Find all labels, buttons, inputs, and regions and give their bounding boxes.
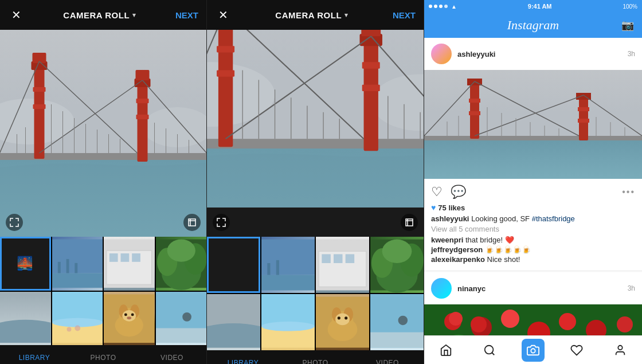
thumb-2-6[interactable] — [261, 294, 315, 350]
crop-icon-1 — [187, 218, 197, 227]
thumb-img-2-7 — [316, 294, 369, 350]
thumb-2-1[interactable] — [207, 237, 260, 293]
svg-rect-39 — [57, 262, 60, 273]
caption-username-1[interactable]: ashleyyuki — [431, 214, 469, 223]
thumb-img-1-6 — [52, 292, 103, 346]
heart-icon-1[interactable]: ♡ — [431, 185, 443, 199]
home-nav-icon[interactable] — [434, 339, 457, 362]
camera-icon[interactable]: 📷 — [621, 19, 634, 32]
thumb-2-5[interactable] — [207, 294, 260, 350]
ig-header: Instagram 📷 — [424, 13, 642, 38]
camera-nav-icon[interactable] — [522, 339, 545, 362]
thumb-1-3[interactable] — [104, 237, 155, 291]
view-comments-1[interactable]: View all 5 comments — [431, 225, 635, 233]
svg-rect-135 — [424, 70, 642, 139]
thumb-1-7[interactable] — [104, 292, 155, 346]
tab-library-1[interactable]: LIBRARY — [0, 345, 69, 364]
thumb-1-5[interactable] — [0, 292, 51, 346]
svg-rect-108 — [267, 263, 270, 275]
ig-feed[interactable]: ashleyyuki 3h — [424, 38, 642, 335]
thumb-1-6[interactable] — [52, 292, 103, 346]
svg-rect-5 — [34, 64, 45, 159]
ig-bottom-nav — [424, 335, 642, 364]
battery-info: 100% — [623, 3, 637, 10]
tab-video-1[interactable]: VIDEO — [138, 345, 206, 364]
expand-button-2[interactable] — [213, 214, 230, 231]
tab-video-2[interactable]: VIDEO — [351, 350, 424, 364]
thumb-img-1-7 — [104, 292, 155, 346]
svg-point-176 — [531, 349, 535, 353]
main-image-area-1 — [0, 30, 206, 237]
expand-icon-1 — [10, 218, 19, 227]
thumb-img-1-4 — [156, 237, 207, 291]
post-1-actions: ♡ 💬 ••• — [424, 179, 642, 203]
comment-user-1-2[interactable]: jeffreydgerson — [431, 245, 483, 254]
thumb-2-4[interactable] — [370, 237, 424, 293]
avatar-1[interactable] — [431, 44, 452, 64]
svg-rect-40 — [66, 259, 69, 273]
comment-user-1-3[interactable]: alexeikarpenko — [431, 255, 485, 264]
next-button-1[interactable]: NEXT — [175, 10, 198, 20]
svg-rect-12 — [136, 115, 149, 119]
status-time: 9:41 AM — [528, 3, 552, 10]
crop-button-2[interactable] — [401, 214, 418, 231]
svg-rect-142 — [579, 96, 588, 140]
ig-post-2: ninanyc 3h — [424, 272, 642, 335]
next-button-2[interactable]: NEXT — [393, 10, 416, 20]
comment-user-1-1[interactable]: kweenpri — [431, 236, 463, 244]
thumb-2-7[interactable] — [316, 294, 369, 350]
svg-point-51 — [167, 239, 195, 261]
dark-band — [207, 208, 424, 237]
comment-1-3: alexeikarpenko Nice shot! — [431, 255, 635, 264]
thumb-2-3[interactable] — [316, 237, 369, 293]
close-button-2[interactable]: ✕ — [215, 8, 231, 22]
svg-rect-143 — [578, 107, 589, 111]
svg-rect-137 — [424, 136, 642, 140]
comment-icon-1[interactable]: 💬 — [451, 185, 466, 199]
chevron-icon-2[interactable]: ▾ — [345, 11, 349, 19]
svg-rect-144 — [578, 119, 589, 123]
thumb-1-2[interactable] — [52, 237, 103, 291]
thumb-2-8[interactable] — [370, 294, 424, 350]
svg-rect-140 — [469, 111, 480, 115]
expand-button-1[interactable] — [6, 214, 23, 231]
tab-photo-1[interactable]: PHOTO — [69, 345, 138, 364]
svg-rect-32 — [189, 219, 195, 226]
svg-point-174 — [485, 345, 494, 354]
tab-library-2[interactable]: LIBRARY — [207, 350, 279, 364]
caption-hashtag-1[interactable]: #thatsfbridge — [532, 214, 575, 223]
thumb-2-2[interactable] — [261, 237, 315, 293]
post-1-username[interactable]: ashleyyuki — [457, 50, 496, 58]
thumb-1-1[interactable]: 🌉 — [0, 237, 51, 291]
thumb-img-2-8 — [370, 294, 424, 350]
close-button-1[interactable]: ✕ — [8, 8, 24, 22]
heart-nav-icon[interactable] — [565, 339, 588, 362]
svg-point-130 — [338, 316, 340, 319]
thumb-1-4[interactable] — [156, 237, 207, 291]
svg-point-119 — [382, 240, 412, 263]
post-1-info: ♥ 75 likes ashleyyuki Looking good, SF #… — [424, 203, 642, 271]
profile-nav-icon[interactable] — [609, 339, 632, 362]
top-bar-1: ✕ CAMERA ROLL ▾ NEXT — [0, 0, 206, 30]
expand-icon-2 — [217, 218, 226, 227]
thumb-img-2-1 — [207, 237, 260, 293]
svg-rect-45 — [121, 253, 130, 262]
ios-status-bar: ▲ 9:41 AM 100% — [424, 0, 642, 13]
post-2-username[interactable]: ninanyc — [457, 284, 486, 293]
crop-button-1[interactable] — [183, 214, 201, 231]
more-options-1[interactable]: ••• — [622, 187, 635, 197]
tab-photo-2[interactable]: PHOTO — [279, 350, 351, 364]
bottom-tabs-1: LIBRARY PHOTO VIDEO — [0, 345, 206, 364]
thumb-1-8[interactable] — [156, 292, 207, 346]
chevron-icon-1[interactable]: ▾ — [132, 11, 136, 19]
search-nav-icon[interactable] — [478, 339, 501, 362]
comment-text-1-3: Nice shot! — [487, 255, 520, 264]
svg-rect-4 — [0, 153, 206, 160]
avatar-2[interactable] — [431, 278, 452, 299]
top-bar-2: ✕ CAMERA ROLL ▾ NEXT — [207, 0, 424, 30]
svg-text:🌉: 🌉 — [17, 255, 33, 271]
thumb-img-1-2 — [52, 237, 103, 291]
svg-point-69 — [182, 312, 191, 321]
svg-point-131 — [345, 316, 347, 319]
svg-point-170 — [617, 316, 633, 332]
